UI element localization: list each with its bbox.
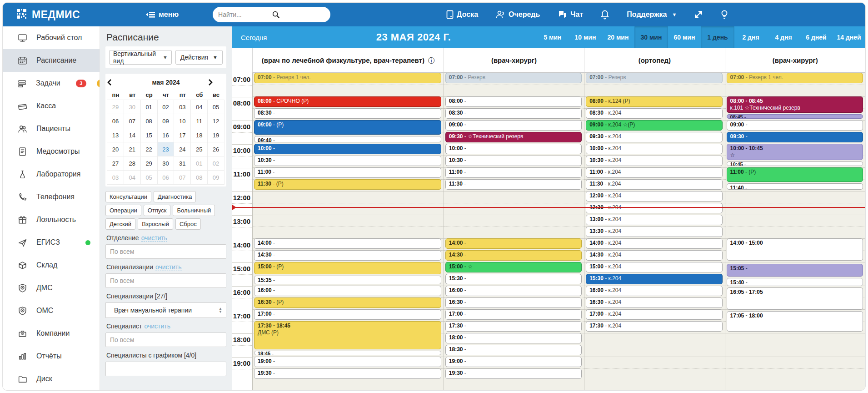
interval-button[interactable]: 60 мин (668, 26, 701, 48)
calendar-next-button[interactable] (208, 79, 224, 86)
calendar-day[interactable]: 08 (140, 114, 158, 128)
search-input[interactable]: Найти... (213, 7, 330, 22)
schedule-slot[interactable]: 17:00 - (254, 309, 441, 320)
calendar-day[interactable]: 17 (174, 128, 191, 142)
calendar-day[interactable]: 03 (174, 100, 191, 114)
app-logo[interactable]: МЕДМИС (16, 9, 130, 21)
interval-button[interactable]: 6 дней (800, 26, 833, 48)
filter-chip-отпуск[interactable]: Отпуск (144, 205, 171, 216)
schedule-slot[interactable]: 11:40 - (727, 183, 863, 190)
sidebar-item-15[interactable]: Диск (3, 368, 100, 390)
sidebar-item-0[interactable]: Рабочий стол (3, 26, 100, 49)
schedule-slot[interactable]: 09:00 - (727, 120, 863, 131)
calendar-day[interactable]: 30 (157, 156, 175, 171)
specialist-select[interactable]: По всем (105, 333, 226, 347)
schedule-slot[interactable]: 07:00 - Резерв (445, 73, 582, 83)
schedule-slot[interactable]: 14:30 - (445, 250, 582, 261)
calendar-day[interactable]: 09 (157, 114, 175, 128)
calendar-day[interactable]: 11 (190, 114, 208, 128)
specializations-clear-link[interactable]: очистить (155, 263, 182, 271)
schedule-slot[interactable]: 10:00 - к.204 (586, 144, 722, 154)
sidebar-item-9[interactable]: ЕГИСЗ (3, 231, 100, 254)
schedule-slot[interactable]: 09:30 - (727, 132, 863, 142)
calendar-day[interactable]: 08 (190, 170, 208, 185)
schedule-slot[interactable]: 09:40 - (254, 136, 441, 142)
schedule-slot[interactable]: 17:05 - 18:00 (727, 311, 863, 332)
sidebar-item-8[interactable]: Лояльность (3, 208, 100, 231)
schedule-slot[interactable]: 08:00 - 08:45к.101 ☆Технический резерв (727, 96, 863, 113)
schedule-slot[interactable]: 10:00 - 10:45☆ (727, 144, 863, 160)
calendar-day[interactable]: 19 (207, 128, 224, 142)
schedule-slot[interactable]: 19:00 - (254, 357, 441, 367)
schedule-slot[interactable]: 10:00 - (445, 144, 582, 154)
schedule-slot[interactable]: 14:00 - (254, 238, 441, 249)
sidebar-item-13[interactable]: Компании (3, 322, 100, 345)
calendar-day[interactable]: 22 (140, 142, 158, 156)
schedule-slot[interactable]: 09:00 - (Р) (254, 120, 441, 135)
schedule-slot[interactable]: 15:05 - (727, 264, 863, 276)
schedule-slot[interactable]: 17:30 - к.204 (586, 321, 722, 332)
schedule-slot[interactable]: 11:30 - (445, 179, 582, 190)
calendar-day[interactable]: 12 (207, 114, 224, 128)
calendar-day[interactable]: 21 (124, 142, 141, 156)
sidebar-item-1[interactable]: Расписание (3, 49, 100, 72)
calendar-day[interactable]: 13 (107, 128, 124, 142)
column-body[interactable]: 07:00 - Резерв08:00 - 08:30 - 09:00 - 09… (444, 73, 584, 390)
schedule-slot[interactable]: 13:30 - к.204 (586, 227, 722, 237)
calendar-day[interactable]: 07 (124, 114, 141, 128)
schedule-slot[interactable]: 19:00 - (445, 357, 582, 367)
spinner-arrows-icon[interactable]: ▲▼ (219, 307, 222, 313)
schedule-slot[interactable]: 07:00 - Резерв (586, 73, 722, 83)
schedule-slot[interactable]: 09:00 - к.204 ☆(Р) (586, 120, 722, 131)
calendar-day[interactable]: 26 (207, 142, 224, 156)
schedule-slot[interactable]: 19:30 - (254, 368, 441, 379)
schedule-slot[interactable]: 10:30 - к.204 (586, 156, 722, 166)
support-dropdown[interactable]: Поддержка ▼ (627, 10, 677, 19)
column-body[interactable]: 07:00 - Резерв08:00 - к.124 (Р)08:30 - к… (584, 73, 724, 390)
schedule-slot[interactable]: 10:00 - (254, 144, 441, 154)
calendar-day[interactable]: 01 (140, 100, 158, 114)
view-mode-select[interactable]: Вертикальный вид ▼ (109, 50, 172, 65)
calendar-day[interactable]: 03 (107, 170, 124, 185)
schedule-slot[interactable]: 10:30 - (445, 156, 582, 166)
schedule-slot[interactable]: 15:35 - (254, 276, 441, 284)
column-body[interactable]: 07:00 - Резерв 1 чел.08:00 - СРОЧНО (Р)0… (252, 73, 444, 390)
schedule-slot[interactable]: 16:05 - 17:05 (727, 287, 863, 310)
actions-button[interactable]: Действия ▼ (175, 50, 223, 65)
calendar-day[interactable]: 02 (207, 156, 224, 171)
schedule-slot[interactable]: 15:30 - к.204 (586, 274, 722, 284)
hint-button[interactable] (720, 10, 728, 20)
filter-chip-взрослый[interactable]: Взрослый (138, 218, 173, 230)
specializations-select[interactable]: По всем (105, 273, 226, 288)
calendar-day[interactable]: 14 (124, 128, 141, 142)
schedule-slot[interactable]: 11:00 - (445, 167, 582, 178)
schedule-slot[interactable]: 07:00 - Резерв 1 чел. (727, 73, 863, 83)
interval-button[interactable]: 20 мин (602, 26, 634, 48)
schedule-slot[interactable]: 14:00 - (445, 238, 582, 249)
chat-link[interactable]: Чат (557, 10, 583, 19)
calendar-day[interactable]: 06 (107, 114, 124, 128)
schedule-slot[interactable]: 15:00 - ☆ (445, 262, 582, 272)
schedule-slot[interactable]: 16:30 - (Р) (254, 297, 441, 308)
schedule-slot[interactable]: 14:00 - к.204 (586, 238, 722, 249)
calendar-day[interactable]: 04 (190, 100, 208, 114)
column-body[interactable]: 07:00 - Резерв 1 чел.08:00 - 08:45к.101 … (725, 73, 865, 390)
schedule-slot[interactable]: 10:45 - (727, 161, 863, 166)
calendar-day[interactable]: 04 (124, 170, 141, 185)
interval-button[interactable]: 5 мин (536, 26, 569, 48)
schedule-slot[interactable]: 09:30 - к.204 (586, 132, 722, 142)
schedule-slot[interactable]: 19:30 - (445, 368, 582, 379)
sidebar-item-4[interactable]: Пациенты (3, 117, 100, 140)
filter-chip-операции[interactable]: Операции (105, 205, 141, 216)
specialist-clear-link[interactable]: очистить (145, 322, 171, 330)
calendar-day[interactable]: 09 (207, 170, 224, 185)
sidebar-item-2[interactable]: Задачи31 (3, 72, 100, 95)
schedule-slot[interactable]: 16:00 - (254, 286, 441, 296)
schedule-slot[interactable]: 18:45 - (254, 351, 441, 355)
with-schedule-box[interactable] (105, 362, 226, 376)
department-clear-link[interactable]: очистить (141, 234, 168, 242)
calendar-day[interactable]: 05 (140, 170, 158, 185)
calendar-day[interactable]: 24 (174, 142, 191, 156)
schedule-slot[interactable]: 08:30 - (445, 108, 582, 119)
sidebar-item-7[interactable]: Телефония (3, 186, 100, 208)
